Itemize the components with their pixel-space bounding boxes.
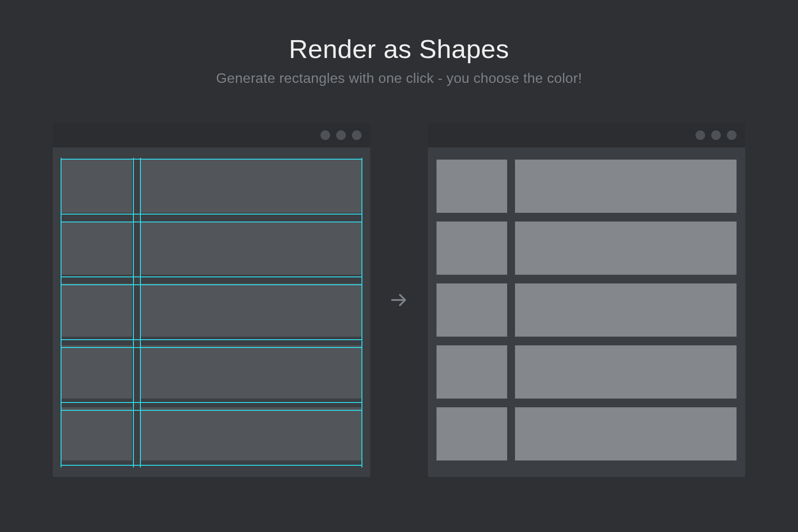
guide-row [61,160,361,213]
page-subtitle: Generate rectangles with one click - you… [216,70,582,86]
shape-rect-small [437,283,507,337]
window-after-content [428,147,745,477]
shape-rect-small [437,222,507,275]
guide-line-horizontal [61,276,362,277]
window-dot-icon [321,130,330,140]
guide-cell-big [140,345,361,399]
guide-line-horizontal [61,402,362,403]
window-dot-icon [711,130,721,140]
page-title: Render as Shapes [216,34,582,64]
comparison-stage [0,123,798,477]
shape-rect-small [437,407,507,460]
window-after-titlebar [428,123,745,147]
window-before-titlebar [53,123,370,147]
guide-row [61,222,361,275]
guide-line-horizontal [61,339,362,340]
header: Render as Shapes Generate rectangles wit… [216,34,582,86]
guide-line-horizontal [61,465,362,466]
guide-cell-small [61,407,132,460]
shape-row [437,345,737,399]
guide-cell-small [61,283,132,337]
shape-row [437,283,737,337]
arrow-icon [388,289,410,311]
guide-cell-small [61,222,132,275]
window-before [53,123,370,477]
guide-line-horizontal [61,214,362,215]
guide-cell-small [61,160,132,213]
window-dot-icon [352,130,361,140]
guide-cell-small [61,345,132,399]
guide-cell-big [140,222,361,275]
shape-rect-small [437,345,507,399]
guide-row [61,283,361,337]
window-dot-icon [336,130,346,140]
shape-row [437,222,737,275]
window-dot-icon [696,130,705,140]
window-dot-icon [727,130,737,140]
shape-rect-big [515,407,737,460]
diagram-page: Render as Shapes Generate rectangles wit… [0,0,798,532]
guide-cell-big [140,407,361,460]
guide-row [61,345,361,399]
shape-rect-big [515,160,737,213]
shape-rect-small [437,160,507,213]
shape-rect-big [515,222,737,275]
shape-row [437,407,737,460]
window-before-content [53,147,370,477]
shape-rect-big [515,283,737,337]
guide-line-vertical [361,158,362,467]
guide-row [61,407,361,460]
window-after [428,123,745,477]
shape-rect-big [515,345,737,399]
guide-cell-big [140,283,361,337]
shape-row [437,160,737,213]
guide-cell-big [140,160,361,213]
